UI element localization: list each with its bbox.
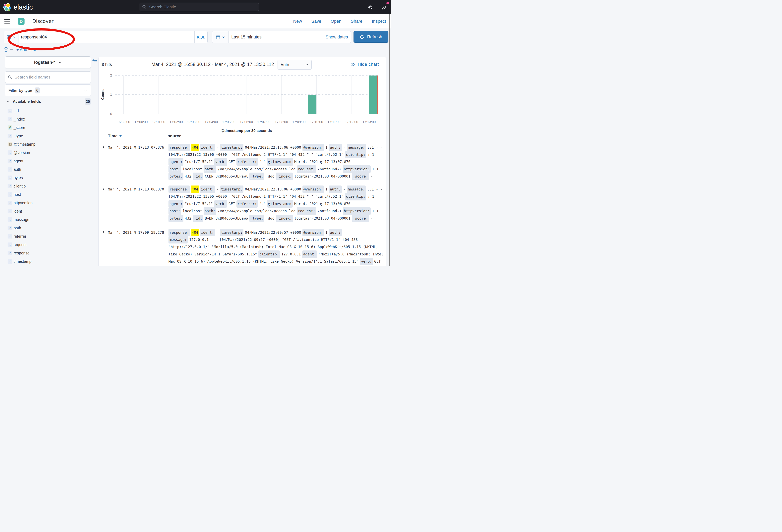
- field-value: -: [216, 229, 218, 236]
- menu-button[interactable]: [0, 14, 14, 28]
- field-item-request[interactable]: trequest: [5, 240, 91, 249]
- field-pill: timestamp:: [220, 229, 244, 236]
- field-value: GET: [228, 158, 235, 165]
- field-item-referrer[interactable]: treferrer: [5, 232, 91, 240]
- text-field-icon: t: [8, 226, 12, 230]
- field-value: 1.1: [372, 165, 379, 173]
- hide-chart-button[interactable]: Hide chart: [351, 62, 379, 67]
- expand-row-icon[interactable]: [102, 145, 105, 149]
- field-item-@timestamp[interactable]: @timestamp: [5, 140, 91, 148]
- app-badge-wrap[interactable]: D: [14, 14, 28, 28]
- field-pill: timestamp:: [220, 186, 244, 193]
- field-pill: httpversion:: [343, 165, 371, 173]
- text-field-icon: t: [8, 134, 12, 138]
- histogram-bar[interactable]: [308, 94, 316, 114]
- index-pattern-select[interactable]: logstash-*: [5, 56, 91, 68]
- field-pill: _id:: [193, 215, 203, 222]
- field-item-@version[interactable]: t@version: [5, 148, 91, 157]
- time-range-value[interactable]: Last 15 minutes: [229, 35, 326, 40]
- field-item-_score[interactable]: #_score: [5, 123, 91, 132]
- field-value: -: [343, 229, 345, 236]
- scrollbar-thumb[interactable]: [389, 14, 390, 266]
- field-value: CCBN_3cB04dGovJLPawl: [205, 173, 248, 180]
- top-link-share[interactable]: Share: [351, 19, 362, 24]
- field-pill: path:: [204, 165, 216, 173]
- chevron-down-icon: [6, 100, 10, 104]
- refresh-label: Refresh: [367, 35, 382, 39]
- grid-line-horizontal: [115, 94, 378, 95]
- filter-circle-icon[interactable]: [4, 47, 8, 52]
- date-quick-select-button[interactable]: [212, 31, 229, 43]
- elastic-brand[interactable]: elastic: [3, 0, 33, 14]
- field-item-_index[interactable]: t_index: [5, 115, 91, 123]
- date-picker[interactable]: Last 15 minutes Show dates: [212, 31, 351, 43]
- grid-line-horizontal: [115, 75, 378, 76]
- global-search-input[interactable]: Search Elastic: [140, 3, 259, 11]
- field-pill: clientip:: [345, 151, 366, 158]
- interval-value: Auto: [281, 62, 289, 67]
- table-header-source: _source: [165, 134, 181, 138]
- field-item-agent[interactable]: tagent: [5, 157, 91, 165]
- global-search-placeholder: Search Elastic: [149, 5, 176, 9]
- field-value: /var/www/example.com/logs/access.log: [218, 165, 295, 173]
- top-link-open[interactable]: Open: [331, 19, 342, 24]
- top-link-save[interactable]: Save: [311, 19, 321, 24]
- field-search-input[interactable]: Search field names: [5, 71, 91, 83]
- field-item-httpversion[interactable]: thttpversion: [5, 199, 91, 207]
- field-value: logstash-2021.03.04-000001: [294, 215, 351, 222]
- available-fields-header[interactable]: Available fields 20: [5, 98, 91, 105]
- field-item-_id[interactable]: t_id: [5, 107, 91, 115]
- x-axis-title: @timestamp per 30 seconds: [221, 128, 272, 133]
- refresh-button[interactable]: Refresh: [354, 31, 388, 43]
- field-item-auth[interactable]: tauth: [5, 165, 91, 174]
- filter-by-type-label: Filter by type: [8, 88, 32, 93]
- calendar-icon: [216, 35, 220, 39]
- source-line: message:127.0.0.1 - - [04/Mar/2021:22:09…: [169, 236, 384, 243]
- source-line: Mac OS X 10_15_6) AppleWebKit/605.1.15 (…: [169, 258, 384, 265]
- text-field-icon: t: [8, 109, 12, 113]
- field-item-timestamp[interactable]: ttimestamp: [5, 257, 91, 266]
- filter-dash: [10, 49, 13, 50]
- interval-select[interactable]: Auto: [278, 60, 312, 70]
- top-link-new[interactable]: New: [293, 19, 302, 24]
- field-pill: host:: [169, 165, 181, 173]
- help-icon[interactable]: [368, 5, 372, 10]
- field-value: 04/Mar/2021:22:13:06 +0000: [245, 144, 301, 151]
- field-value: /var/www/example.com/logs/access.log: [218, 207, 295, 215]
- field-item-clientip[interactable]: tclientip: [5, 182, 91, 190]
- field-item-path[interactable]: tpath: [5, 224, 91, 232]
- table-header-time[interactable]: Time: [108, 134, 122, 138]
- field-item-ident[interactable]: tident: [5, 207, 91, 216]
- field-item-host[interactable]: thost: [5, 190, 91, 199]
- text-field-icon: t: [8, 117, 12, 121]
- field-value: 127.0.0.1: [281, 251, 301, 258]
- source-line: agent:"curl/7.52.1"verb:GETreferrer:"-"@…: [169, 158, 384, 165]
- query-language-button[interactable]: KQL: [194, 31, 207, 43]
- news-party-popper-icon[interactable]: [382, 5, 386, 9]
- filter-by-type-select[interactable]: Filter by type 0: [5, 84, 91, 96]
- field-item-bytes[interactable]: tbytes: [5, 174, 91, 182]
- histogram-bar[interactable]: [369, 76, 378, 114]
- top-menu-links: NewSaveOpenShareInspect: [293, 14, 386, 28]
- text-field-icon: t: [8, 159, 12, 163]
- expand-row-icon[interactable]: [102, 187, 105, 190]
- field-name: bytes: [13, 176, 23, 180]
- collapse-sidebar-icon[interactable]: [92, 59, 97, 62]
- hits-count: 3 hits: [102, 62, 112, 68]
- field-item-message[interactable]: tmessage: [5, 216, 91, 224]
- show-dates-button[interactable]: Show dates: [326, 35, 351, 40]
- field-name: message: [13, 217, 29, 222]
- field-value: ::1 - -: [367, 144, 383, 151]
- row-source: response:404ident:-timestamp:04/Mar/2021…: [169, 186, 384, 222]
- source-line: response:404ident:-timestamp:04/Mar/2021…: [169, 229, 384, 236]
- expand-row-icon[interactable]: [102, 230, 105, 234]
- field-item-response[interactable]: tresponse: [5, 249, 91, 257]
- app-header: D Discover NewSaveOpenShareInspect: [0, 14, 391, 28]
- text-field-icon: t: [8, 184, 12, 188]
- field-pill: auth:: [329, 144, 342, 151]
- row-source: response:404ident:-timestamp:04/Mar/2021…: [169, 144, 384, 180]
- field-value: -: [216, 186, 218, 193]
- field-value: ByBN_3cB04dGovJLOawo: [205, 215, 248, 222]
- top-link-inspect[interactable]: Inspect: [372, 19, 386, 24]
- field-item-_type[interactable]: t_type: [5, 132, 91, 140]
